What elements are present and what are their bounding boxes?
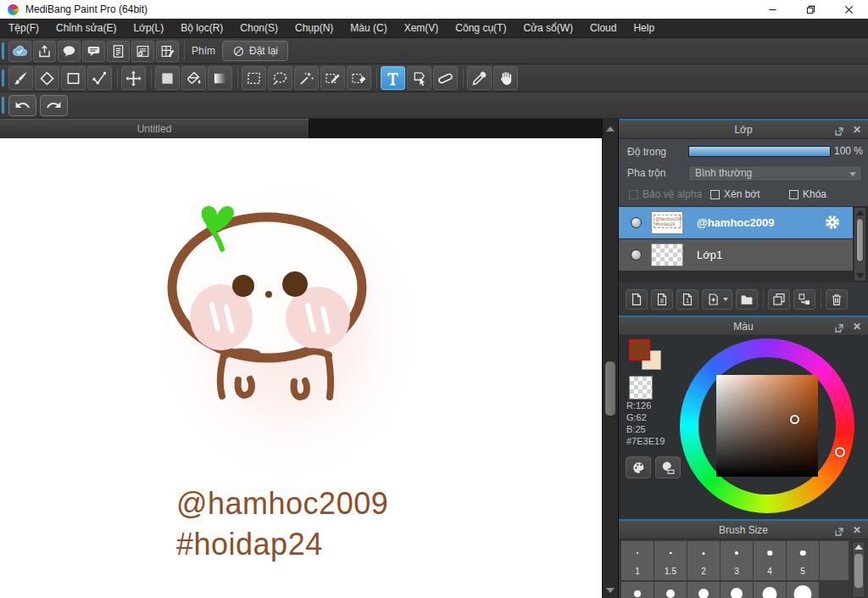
- menu-item-5[interactable]: Chọn(S): [231, 19, 287, 38]
- folder-button[interactable]: [736, 289, 758, 310]
- merge-layer-button[interactable]: [793, 289, 815, 310]
- foreground-color-swatch[interactable]: [629, 339, 650, 360]
- publish-button[interactable]: [33, 41, 56, 62]
- hand-tool[interactable]: [493, 66, 518, 90]
- gradient-tool[interactable]: [208, 66, 232, 90]
- menu-item-8[interactable]: Xem(V): [396, 19, 448, 38]
- saturation-value-square[interactable]: [716, 375, 818, 477]
- scroll-down-icon[interactable]: [606, 588, 615, 593]
- transparent-color-swatch[interactable]: [629, 376, 653, 400]
- menu-item-4[interactable]: Bộ lọc(R): [172, 19, 231, 38]
- move-tool[interactable]: [121, 66, 146, 90]
- panel-list-button[interactable]: [131, 41, 154, 62]
- brush-size-cell[interactable]: 4: [754, 541, 786, 580]
- menu-item-7[interactable]: Màu (C): [342, 19, 395, 38]
- brush-size-cell[interactable]: [654, 582, 687, 598]
- brush-size-cell[interactable]: [787, 582, 819, 598]
- opacity-slider[interactable]: [688, 146, 831, 157]
- sv-cursor[interactable]: [790, 415, 799, 424]
- eraser-tool[interactable]: [35, 66, 59, 90]
- brush-size-cell[interactable]: 1: [621, 541, 654, 580]
- palette-button[interactable]: [626, 456, 651, 478]
- popout-icon[interactable]: [834, 321, 844, 332]
- scroll-up-icon[interactable]: [854, 545, 863, 550]
- brush-size-cell[interactable]: [721, 582, 753, 598]
- bucket-tool[interactable]: [181, 66, 206, 90]
- duplicate-layer-button[interactable]: [768, 289, 790, 310]
- magic-wand-tool[interactable]: [294, 66, 319, 90]
- text-tool[interactable]: [381, 66, 405, 90]
- close-button[interactable]: [830, 0, 868, 19]
- comment-rect-button[interactable]: [82, 41, 105, 62]
- menu-item-6[interactable]: Chụp(N): [287, 19, 342, 38]
- select-eraser-tool[interactable]: [347, 66, 371, 90]
- toolbar-grip[interactable]: [2, 42, 4, 59]
- toolbar-grip[interactable]: [2, 70, 4, 87]
- select-pen-tool[interactable]: [320, 66, 345, 90]
- scrollbar-thumb[interactable]: [854, 554, 863, 588]
- layer-8bit-button[interactable]: 8: [651, 289, 673, 310]
- layer-row[interactable]: Lớp1: [619, 239, 853, 271]
- blend-mode-select[interactable]: Bình thường: [688, 165, 862, 182]
- eyedropper-tool[interactable]: [467, 66, 492, 90]
- brush-size-cell[interactable]: 2: [687, 541, 720, 580]
- reset-button[interactable]: Đặt lại: [222, 41, 288, 61]
- brush-tool[interactable]: [8, 66, 33, 90]
- comment-round-button[interactable]: [58, 41, 81, 62]
- minimize-button[interactable]: [754, 0, 792, 19]
- toolbar-grip[interactable]: [2, 97, 4, 114]
- cloud-sync-button[interactable]: [8, 41, 31, 62]
- restore-button[interactable]: [792, 0, 830, 19]
- menu-item-11[interactable]: Cloud: [581, 19, 625, 38]
- layer-visibility-dot[interactable]: [631, 249, 642, 260]
- clipping-checkbox[interactable]: Xén bớt: [710, 188, 760, 200]
- layer-row[interactable]: @hamhoc2009#hoidap24@hamhoc2009: [619, 207, 853, 238]
- canvas-vertical-scrollbar[interactable]: [602, 119, 619, 598]
- curve-tool[interactable]: [87, 66, 112, 90]
- palette-list-button[interactable]: [655, 456, 681, 478]
- menu-item-9[interactable]: Công cụ(T): [447, 19, 515, 38]
- scroll-down-icon[interactable]: [856, 273, 865, 278]
- redo-button[interactable]: [40, 95, 68, 116]
- brush-size-cell[interactable]: [621, 582, 654, 598]
- layer-list-scrollbar[interactable]: [854, 207, 866, 282]
- undo-button[interactable]: [8, 95, 36, 116]
- popout-icon[interactable]: [834, 125, 844, 135]
- brush-size-cell[interactable]: 1.5: [654, 541, 687, 580]
- layer-settings-gear-icon[interactable]: [824, 214, 841, 231]
- brush-scrollbar[interactable]: [852, 541, 865, 598]
- layer-visibility-dot[interactable]: [631, 217, 642, 228]
- menu-item-12[interactable]: Help: [625, 19, 663, 38]
- scrollbar-thumb[interactable]: [856, 218, 864, 262]
- menu-item-10[interactable]: Cửa sổ(W): [515, 19, 581, 38]
- fill-rect-tool[interactable]: [155, 66, 180, 90]
- comic-panel-button[interactable]: [156, 41, 179, 62]
- close-panel-icon[interactable]: ✕: [853, 317, 861, 336]
- layer-1bit-button[interactable]: 1: [676, 289, 698, 310]
- brush-size-cell[interactable]: [687, 582, 720, 598]
- scrollbar-thumb[interactable]: [604, 360, 616, 416]
- menu-item-2[interactable]: Chỉnh sửa(E): [47, 19, 125, 38]
- select-rect-tool[interactable]: [242, 66, 266, 90]
- menu-item-1[interactable]: Tệp(F): [0, 19, 47, 38]
- delete-layer-button[interactable]: [826, 289, 848, 310]
- brush-size-cell[interactable]: [754, 582, 786, 598]
- add-folder-button[interactable]: [702, 289, 732, 310]
- select-lasso-tool[interactable]: [268, 66, 292, 90]
- lock-checkbox[interactable]: Khóa: [789, 188, 826, 200]
- document-button[interactable]: [107, 41, 130, 62]
- canvas[interactable]: @hamhoc2009 #hoidap24: [0, 138, 602, 598]
- divide-tool[interactable]: [433, 66, 458, 90]
- object-select-tool[interactable]: [407, 66, 431, 90]
- new-layer-button[interactable]: [626, 289, 648, 310]
- menu-item-3[interactable]: Lớp(L): [125, 19, 172, 38]
- close-panel-icon[interactable]: ✕: [853, 120, 861, 139]
- close-panel-icon[interactable]: ✕: [853, 521, 861, 539]
- scroll-up-icon[interactable]: [856, 210, 865, 215]
- brush-size-cell[interactable]: 3: [721, 541, 753, 580]
- scroll-up-icon[interactable]: [606, 126, 615, 131]
- document-tab[interactable]: Untitled: [0, 119, 309, 138]
- popout-icon[interactable]: [834, 525, 844, 535]
- rectangle-tool[interactable]: [61, 66, 86, 90]
- hue-cursor[interactable]: [835, 447, 845, 457]
